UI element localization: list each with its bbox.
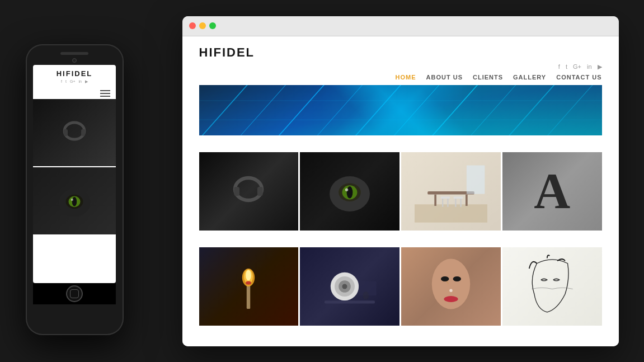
- scene: HIFIDEL f t G+ in ▶ HOME ABOUT US: [15, 11, 630, 352]
- svg-rect-25: [440, 196, 450, 199]
- browser-chrome: [182, 16, 619, 36]
- gallery-item-fire[interactable]: [199, 247, 299, 326]
- svg-line-7: [429, 85, 480, 135]
- nav-contact[interactable]: CONTACT US: [556, 74, 601, 81]
- gallery-item-office[interactable]: [401, 152, 501, 231]
- svg-line-4: [314, 85, 365, 135]
- dot-minimize[interactable]: [199, 22, 206, 29]
- svg-rect-28: [454, 196, 463, 199]
- phone-facebook-icon[interactable]: f: [61, 79, 62, 84]
- phone-youtube-icon[interactable]: ▶: [85, 79, 88, 84]
- svg-rect-0: [199, 85, 602, 135]
- youtube-icon[interactable]: ▶: [598, 63, 602, 70]
- svg-point-55: [72, 197, 77, 206]
- phone-speaker: [60, 52, 88, 55]
- svg-point-20: [345, 188, 348, 191]
- svg-point-35: [246, 270, 252, 280]
- svg-point-40: [342, 284, 347, 289]
- menu-line-2: [100, 93, 110, 94]
- dot-maximize[interactable]: [209, 22, 216, 29]
- svg-line-5: [352, 85, 403, 135]
- svg-point-56: [71, 198, 73, 200]
- gallery-item-sketch[interactable]: [502, 247, 602, 326]
- phone-gallery-headphones[interactable]: [33, 99, 116, 166]
- googleplus-icon[interactable]: G+: [573, 63, 581, 70]
- phone-gplus-icon[interactable]: G+: [70, 79, 76, 84]
- browser-content: HIFIDEL f t G+ in ▶ HOME ABOUT US: [182, 36, 619, 346]
- phone-bottom-bar: [33, 283, 116, 304]
- svg-rect-50: [64, 129, 68, 136]
- svg-point-48: [449, 289, 452, 292]
- phone-site-header: HIFIDEL f t G+ in ▶: [33, 65, 116, 88]
- phone-menu-icon[interactable]: [33, 88, 116, 99]
- phone-gallery: [33, 99, 116, 283]
- facebook-icon[interactable]: f: [558, 63, 560, 70]
- svg-rect-31: [467, 165, 485, 194]
- svg-point-19: [347, 186, 353, 199]
- nav-clients[interactable]: CLIENTS: [473, 74, 503, 81]
- site-header: HIFIDEL: [182, 36, 619, 60]
- svg-point-36: [246, 281, 252, 284]
- svg-rect-15: [257, 187, 263, 196]
- phone-linkedin-icon[interactable]: in: [79, 79, 82, 84]
- social-icons: f t G+ in ▶: [558, 63, 602, 70]
- site-logo: HIFIDEL: [199, 45, 602, 60]
- svg-line-6: [391, 85, 441, 135]
- svg-rect-51: [81, 129, 85, 136]
- svg-point-45: [444, 296, 458, 302]
- svg-line-9: [506, 85, 557, 135]
- browser-dots: [189, 22, 216, 29]
- browser-window: HIFIDEL f t G+ in ▶ HOME ABOUT US: [182, 16, 619, 346]
- gallery-hero[interactable]: [199, 85, 602, 135]
- svg-line-10: [544, 85, 595, 135]
- nav-home[interactable]: HOME: [396, 74, 416, 81]
- svg-line-3: [276, 85, 327, 135]
- gallery-grid: A: [182, 85, 619, 346]
- nav-about[interactable]: ABOUT US: [426, 74, 463, 81]
- phone-home-button[interactable]: [66, 285, 83, 302]
- phone-gallery-cat[interactable]: [33, 167, 116, 234]
- linkedin-icon[interactable]: in: [587, 63, 592, 70]
- svg-rect-14: [234, 187, 240, 196]
- phone-screen: HIFIDEL f t G+ in ▶: [33, 65, 116, 283]
- phone-home-inner: [70, 289, 79, 298]
- social-bar: f t G+ in ▶: [182, 60, 619, 70]
- gallery-item-cat[interactable]: [300, 152, 399, 231]
- phone-twitter-icon[interactable]: t: [65, 79, 67, 84]
- menu-line-3: [100, 96, 110, 97]
- svg-point-43: [363, 292, 369, 299]
- svg-rect-21: [415, 204, 487, 223]
- svg-point-47: [453, 276, 460, 281]
- svg-line-2: [237, 85, 288, 135]
- gallery-item-speaker[interactable]: [300, 247, 399, 326]
- svg-point-46: [441, 276, 449, 281]
- dot-close[interactable]: [189, 22, 196, 29]
- nav-gallery[interactable]: GALLERY: [513, 74, 546, 81]
- svg-rect-41: [325, 300, 375, 303]
- svg-line-1: [199, 85, 250, 135]
- phone-camera: [72, 58, 77, 63]
- gallery-item-headphones[interactable]: [199, 152, 299, 231]
- phone-logo: HIFIDEL: [39, 69, 110, 78]
- nav-menu: HOME ABOUT US CLIENTS GALLERY CONTACT US: [182, 70, 619, 85]
- gallery-item-face[interactable]: [401, 247, 501, 326]
- twitter-icon[interactable]: t: [566, 63, 567, 70]
- menu-line-1: [100, 90, 110, 91]
- svg-line-8: [468, 85, 519, 135]
- website: HIFIDEL f t G+ in ▶ HOME ABOUT US: [182, 36, 619, 346]
- gallery-item-letter-a[interactable]: A: [502, 152, 602, 231]
- phone-social: f t G+ in ▶: [39, 79, 110, 84]
- site-body: A: [182, 85, 619, 346]
- mobile-phone: HIFIDEL f t G+ in ▶: [26, 44, 124, 335]
- hero-image: [199, 85, 602, 135]
